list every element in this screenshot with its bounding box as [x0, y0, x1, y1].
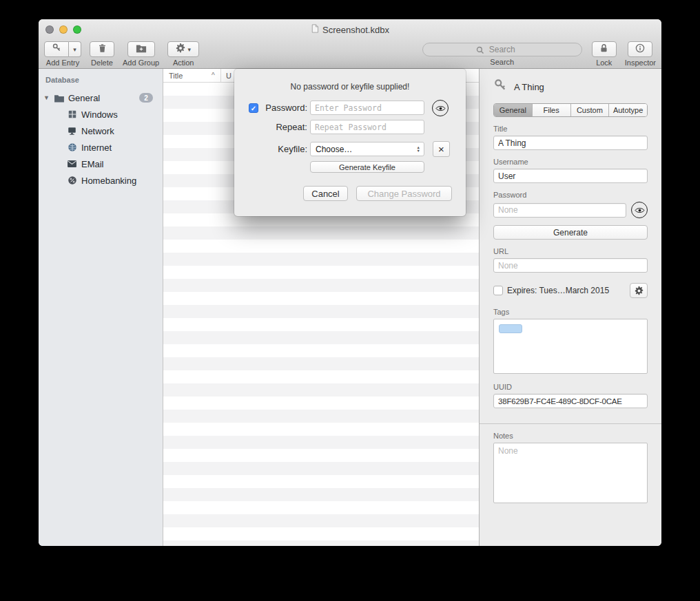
url-field[interactable] [493, 258, 648, 273]
windows-icon [66, 109, 78, 120]
entry-header: A Thing [493, 78, 648, 95]
change-password-dialog: No password or keyfile supplied! Passwor… [234, 69, 466, 216]
expires-checkbox[interactable] [493, 286, 503, 295]
folder-icon [53, 92, 65, 103]
eye-icon [435, 105, 446, 112]
sidebar-item-network[interactable]: Network [50, 123, 163, 139]
generate-keyfile-button[interactable]: Generate Keyfile [310, 161, 424, 173]
delete-button[interactable] [90, 41, 114, 57]
lock-icon [599, 43, 608, 56]
search-input[interactable] [422, 43, 582, 56]
add-group-group: Add Group [123, 41, 159, 67]
generate-password-button[interactable]: Generate [493, 225, 648, 240]
gear-icon [635, 286, 644, 295]
search-label: Search [490, 58, 514, 66]
key-plus-icon [52, 43, 62, 56]
tab-autotype[interactable]: Autotype [608, 104, 647, 116]
action-button[interactable] [167, 41, 199, 57]
username-field[interactable] [493, 169, 648, 183]
show-password-button[interactable] [631, 202, 648, 218]
trash-icon [98, 43, 107, 56]
dialog-keyfile-label: Keyfile: [262, 142, 307, 156]
notes-label: Notes [493, 432, 648, 440]
dialog-password-label: Password: [262, 101, 307, 115]
dialog-show-password-button[interactable] [432, 100, 449, 116]
title-field-label: Title [493, 125, 648, 133]
add-entry-button[interactable] [44, 41, 69, 57]
password-field-label: Password [493, 191, 648, 199]
uuid-field[interactable] [493, 394, 648, 408]
sidebar-header: Database [39, 76, 163, 84]
sidebar-item-label: Internet [81, 143, 163, 153]
column-header-title[interactable]: Title [169, 69, 183, 83]
tag-chip[interactable] [499, 324, 522, 333]
disclosure-triangle-icon[interactable]: ▼ [43, 94, 53, 101]
keyfile-dropdown[interactable]: Choose… ▲▼ [310, 142, 424, 156]
entry-title: A Thing [514, 82, 544, 92]
stepper-icon: ▲▼ [417, 146, 420, 153]
add-group-label: Add Group [123, 59, 159, 67]
dialog-password-input[interactable] [310, 101, 424, 115]
expires-label: Expires: Tues…March 2015 [507, 286, 626, 295]
sidebar-item-general[interactable]: ▼ General 2 [39, 89, 163, 106]
sidebar-item-windows[interactable]: Windows [50, 106, 163, 123]
tab-files[interactable]: Files [532, 104, 570, 116]
window-title: Screenshot.kdbx [322, 25, 389, 35]
inspector-button[interactable] [628, 41, 652, 57]
gear-icon [176, 43, 185, 56]
inspector-group: Inspector [625, 41, 656, 67]
toolbar-right: Search Lock [422, 41, 656, 67]
divider [480, 423, 661, 424]
expires-row: Expires: Tues…March 2015 [493, 283, 648, 298]
folder-plus-icon [136, 43, 147, 56]
app-window: Screenshot.kdbx Add Entry [39, 19, 661, 546]
tags-box[interactable] [493, 319, 648, 374]
globe-icon [66, 142, 78, 153]
sidebar-item-label: EMail [81, 159, 163, 169]
entry-count-badge: 2 [139, 93, 153, 103]
lock-group: Lock [592, 41, 617, 67]
password-field[interactable] [493, 203, 626, 218]
dialog-message: No password or keyfile supplied! [234, 82, 466, 92]
sort-ascending-icon: ^ [212, 69, 215, 83]
info-icon [635, 43, 645, 56]
sidebar-item-homebanking[interactable]: Homebanking [50, 172, 163, 189]
add-group-button[interactable] [127, 41, 155, 57]
sidebar-item-email[interactable]: EMail [50, 156, 163, 172]
desktop: Screenshot.kdbx Add Entry [0, 0, 700, 601]
notes-field[interactable] [493, 443, 648, 503]
title-field[interactable] [493, 136, 648, 150]
inspector-panel: A Thing General Files Custom Autotype Ti… [479, 69, 661, 546]
clear-keyfile-button[interactable] [433, 141, 450, 157]
add-entry-group: Add Entry [44, 41, 81, 67]
tags-label: Tags [493, 308, 648, 316]
toolbar: Add Entry Delete [39, 40, 661, 69]
percent-coin-icon [66, 175, 78, 186]
action-label: Action [173, 59, 194, 67]
add-entry-label: Add Entry [46, 59, 79, 67]
change-password-button[interactable]: Change Password [356, 186, 452, 201]
cancel-button[interactable]: Cancel [303, 186, 348, 201]
password-checkbox[interactable] [249, 103, 258, 113]
eye-icon [635, 207, 645, 214]
document-icon [311, 23, 319, 36]
sidebar-item-internet[interactable]: Internet [50, 139, 163, 156]
title-area: Screenshot.kdbx [39, 19, 661, 40]
tab-general[interactable]: General [494, 104, 532, 116]
tab-custom[interactable]: Custom [570, 104, 609, 116]
username-field-label: Username [493, 158, 648, 166]
lock-button[interactable] [592, 41, 617, 57]
envelope-icon [66, 158, 78, 169]
titlebar: Screenshot.kdbx [39, 19, 661, 40]
delete-label: Delete [91, 59, 113, 67]
dialog-repeat-input[interactable] [310, 120, 424, 134]
action-group: Action [167, 41, 199, 67]
uuid-label: UUID [493, 383, 648, 391]
sidebar-item-label: Windows [81, 109, 163, 120]
keyfile-dropdown-value: Choose… [316, 145, 352, 154]
expires-settings-button[interactable] [630, 283, 648, 298]
url-field-label: URL [493, 247, 648, 255]
add-entry-dropdown-button[interactable] [69, 41, 81, 57]
sidebar: Database ▼ General 2 Windows [39, 69, 163, 546]
window-header: Screenshot.kdbx Add Entry [39, 19, 661, 69]
